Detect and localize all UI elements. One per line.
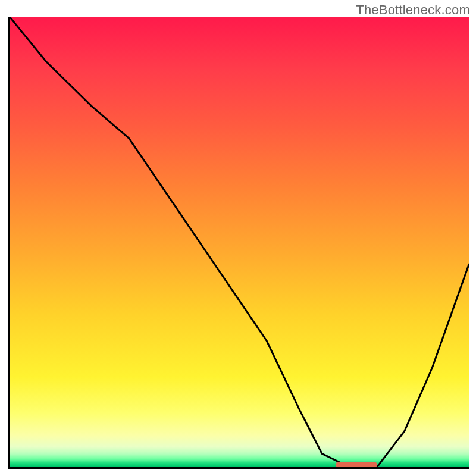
sweet-spot-marker — [336, 462, 377, 468]
chart-stage: TheBottleneck.com — [0, 0, 476, 476]
watermark-text: TheBottleneck.com — [356, 2, 470, 18]
bottleneck-curve — [10, 17, 469, 467]
plot-area — [8, 17, 469, 469]
